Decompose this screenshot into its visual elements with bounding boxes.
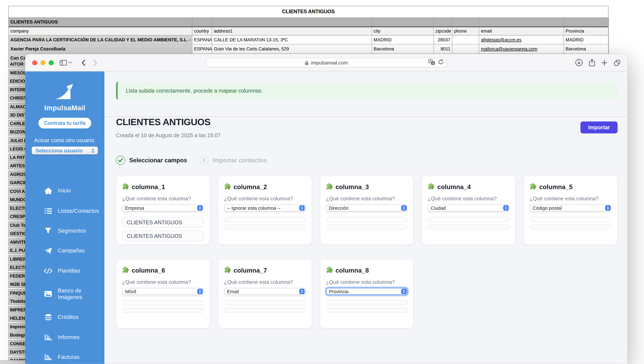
minimize-window-button[interactable] <box>40 60 46 65</box>
spreadsheet-title: CLIENTES ANTIGUOS <box>8 6 608 18</box>
success-alert-text: Lista subida correctamente, procede a ma… <box>126 88 263 94</box>
puzzle-icon <box>224 183 231 191</box>
sidebar-item-creditos[interactable]: Créditos <box>25 307 104 327</box>
sheet-cell: country <box>192 27 212 35</box>
sample-value-empty <box>428 217 510 222</box>
address-bar[interactable]: impulsamail.com Ax <box>206 58 447 67</box>
selected-field: Dirección <box>326 205 348 210</box>
puzzle-icon <box>326 183 332 191</box>
column-name: columna_8 <box>336 267 369 274</box>
sidebar-item-facturas[interactable]: Facturas <box>25 347 104 364</box>
sheet-cell <box>564 18 609 26</box>
step1-check-icon <box>116 156 125 165</box>
card-header: columna_5 <box>530 183 611 191</box>
user-select[interactable]: Selecciona usuario <box>32 147 98 154</box>
select-underline <box>326 296 408 296</box>
translate-icon[interactable]: Ax <box>428 59 435 66</box>
sample-value-empty <box>326 224 408 229</box>
sidebar-item-listas-contactos[interactable]: Listas/Contactos <box>25 201 104 221</box>
sheet-cell <box>479 18 564 26</box>
select-stepper-icon <box>198 205 203 211</box>
chevron-down-icon[interactable] <box>68 61 72 64</box>
sample-values <box>428 217 510 229</box>
new-tab-icon[interactable] <box>601 59 608 66</box>
selected-field: -- Ignorar esta columna -- <box>224 205 280 210</box>
main-content: Lista subida correctamente, procede a ma… <box>104 71 628 364</box>
sidebar-item-banco-de-imagenes[interactable]: Banco de Imágenes <box>25 281 104 307</box>
reload-icon[interactable] <box>438 59 444 66</box>
sidebar-toggle-icon[interactable] <box>60 59 67 66</box>
close-window-button[interactable] <box>32 60 37 65</box>
sheet-cell: city <box>372 27 434 35</box>
spreadsheet-bottom-edge <box>0 360 26 364</box>
sidebar-item-label: Campañas <box>58 248 85 254</box>
selected-field: Email <box>224 289 239 294</box>
sidebar-item-label: Informes <box>58 334 80 340</box>
column-name: columna_5 <box>539 183 573 191</box>
selected-field: Móvil <box>122 289 136 294</box>
sheet-cell: afiglesias@accm.es <box>479 36 564 44</box>
sidebar-item-segmentos[interactable]: Segmentos <box>25 221 104 241</box>
column-question: ¿Qué contiene esta columna? <box>122 196 204 201</box>
importar-button[interactable]: Importar <box>580 122 618 133</box>
chart-icon <box>44 354 52 360</box>
sheet-cell: company <box>8 27 192 35</box>
column-card-columna_5: columna_5¿Qué contiene esta columna?Códi… <box>524 176 618 245</box>
card-header: columna_7 <box>224 266 306 275</box>
step1-label: Seleccionar campos <box>129 157 187 164</box>
puzzle-icon <box>428 183 434 191</box>
sample-value-empty <box>326 308 408 313</box>
select-stepper-icon <box>299 205 305 211</box>
impersonate-label: Actuar como otro usuario: <box>25 137 104 143</box>
card-header: columna_2 <box>224 183 306 191</box>
field-mapping-select-columna_5[interactable]: Código postal <box>530 204 611 211</box>
forward-icon[interactable] <box>93 59 98 66</box>
select-underline <box>224 213 306 213</box>
contrata-tarifa-button[interactable]: Contrata tu tarifa <box>38 118 91 128</box>
sidebar-item-plantillas[interactable]: Plantillas <box>25 261 104 281</box>
tabs-overview-icon[interactable] <box>614 59 621 66</box>
sidebar-item-campanas[interactable]: Campañas <box>25 241 104 261</box>
field-mapping-select-columna_1[interactable]: Empresa <box>122 204 204 211</box>
app-sidebar: ImpulsaMail Contrata tu tarifa Actuar co… <box>25 71 104 364</box>
select-stepper-icon <box>299 289 305 294</box>
sheet-header-row: companycountryaddress1cityzipcodephoneem… <box>8 27 608 36</box>
sheet-cell <box>212 18 372 26</box>
field-mapping-select-columna_8[interactable]: Provincia <box>326 288 408 295</box>
sheet-cell: ESPANA <box>192 36 212 44</box>
back-icon[interactable] <box>81 59 86 66</box>
sample-value: CLIENTES ANTIGUOS <box>122 230 204 241</box>
column-name: columna_3 <box>336 183 369 191</box>
downloads-icon[interactable] <box>575 59 583 67</box>
field-mapping-select-columna_4[interactable]: Ciudad <box>428 204 510 211</box>
column-card-columna_6: columna_6¿Qué contiene esta columna?Móvi… <box>116 259 210 328</box>
steps: Seleccionar campos 2 Importar contactos <box>116 156 267 165</box>
field-mapping-select-columna_7[interactable]: Email <box>224 288 306 295</box>
sheet-cell: CALLE DE LA MARATóN 13-15, 3ºC <box>212 36 372 44</box>
chart-icon <box>44 334 52 340</box>
traffic-lights <box>32 60 54 65</box>
sample-value-empty <box>122 308 204 313</box>
field-mapping-select-columna_6[interactable]: Móvil <box>122 288 204 295</box>
list-icon <box>44 208 52 214</box>
column-cards-grid: columna_1¿Qué contiene esta columna?Empr… <box>116 176 618 328</box>
maximize-window-button[interactable] <box>49 60 54 65</box>
card-header: columna_8 <box>326 266 408 275</box>
column-name: columna_4 <box>437 183 471 191</box>
column-question: ¿Qué contiene esta columna? <box>122 279 204 285</box>
sidebar-menu: InicioListas/ContactosSegmentosCampañasP… <box>25 181 104 364</box>
sheet-cell: 28037 <box>434 36 452 44</box>
select-stepper-icon <box>605 205 610 211</box>
field-mapping-select-columna_2[interactable]: -- Ignorar esta columna -- <box>224 204 306 211</box>
share-icon[interactable] <box>589 59 595 67</box>
sidebar-item-inicio[interactable]: Inicio <box>25 181 104 201</box>
sample-value-empty <box>224 308 306 313</box>
sample-value-empty <box>530 217 611 222</box>
sidebar-item-label: Listas/Contactos <box>58 208 98 214</box>
page-title: CLIENTES ANTIGUOS <box>116 117 210 128</box>
column-card-columna_1: columna_1¿Qué contiene esta columna?Empr… <box>116 176 210 245</box>
sidebar-item-informes[interactable]: Informes <box>25 327 104 347</box>
field-mapping-select-columna_3[interactable]: Dirección <box>326 204 408 211</box>
sidebar-item-label: Créditos <box>58 314 79 320</box>
sidebar-item-label: Plantillas <box>58 268 80 274</box>
